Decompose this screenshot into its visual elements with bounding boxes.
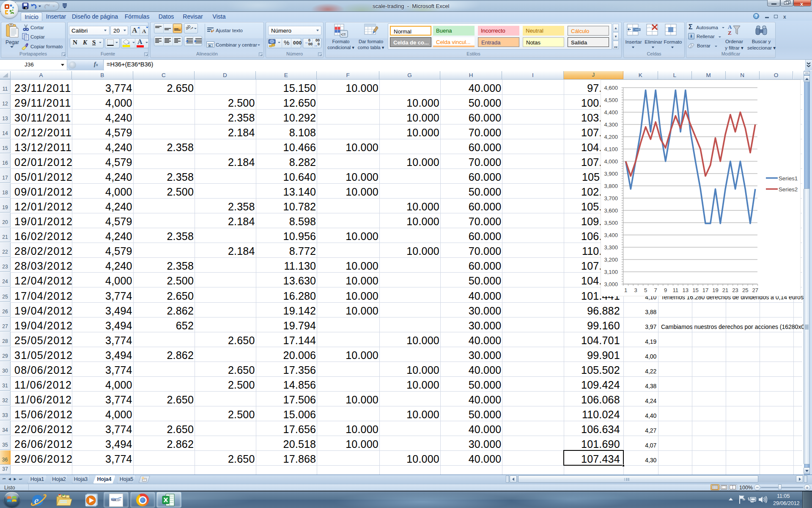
svg-text:3,400: 3,400 (604, 232, 618, 238)
svg-text:3,600: 3,600 (604, 207, 618, 214)
svg-text:5: 5 (644, 287, 647, 293)
svg-text:4,300: 4,300 (604, 121, 618, 128)
svg-text:<=: <= (341, 32, 346, 37)
svg-text:3,300: 3,300 (604, 244, 618, 251)
svg-text:4,600: 4,600 (604, 85, 618, 91)
svg-text:13: 13 (683, 287, 689, 293)
svg-text:3,500: 3,500 (604, 220, 618, 226)
svg-text:1: 1 (624, 287, 627, 293)
svg-text:19: 19 (712, 287, 718, 293)
svg-text:15: 15 (692, 287, 698, 293)
svg-text:7: 7 (654, 287, 657, 293)
svg-text:4,400: 4,400 (604, 109, 618, 116)
svg-text:23: 23 (732, 287, 738, 293)
svg-text:3: 3 (634, 287, 637, 293)
svg-text:3,900: 3,900 (604, 171, 618, 177)
svg-text:11: 11 (673, 287, 679, 293)
svg-text:4,200: 4,200 (604, 134, 618, 140)
svg-text:3,100: 3,100 (604, 269, 618, 275)
svg-text:A: A (728, 24, 732, 30)
svg-text:4,100: 4,100 (604, 146, 618, 152)
svg-text:21: 21 (722, 287, 728, 293)
svg-text:Series1: Series1 (779, 175, 798, 182)
svg-text:4,000: 4,000 (604, 158, 618, 165)
svg-text:25: 25 (742, 287, 748, 293)
svg-text:a: a (209, 44, 211, 47)
svg-text:27: 27 (752, 287, 758, 293)
svg-text:3,000: 3,000 (604, 281, 618, 287)
svg-text:9: 9 (664, 287, 667, 293)
svg-text:17: 17 (702, 287, 708, 293)
svg-text:3,700: 3,700 (604, 195, 618, 202)
svg-text:Z: Z (728, 30, 732, 36)
svg-text:Series2: Series2 (779, 186, 798, 193)
svg-text:3,200: 3,200 (604, 257, 618, 263)
svg-text:4,500: 4,500 (604, 97, 618, 103)
svg-text:3,800: 3,800 (604, 183, 618, 189)
